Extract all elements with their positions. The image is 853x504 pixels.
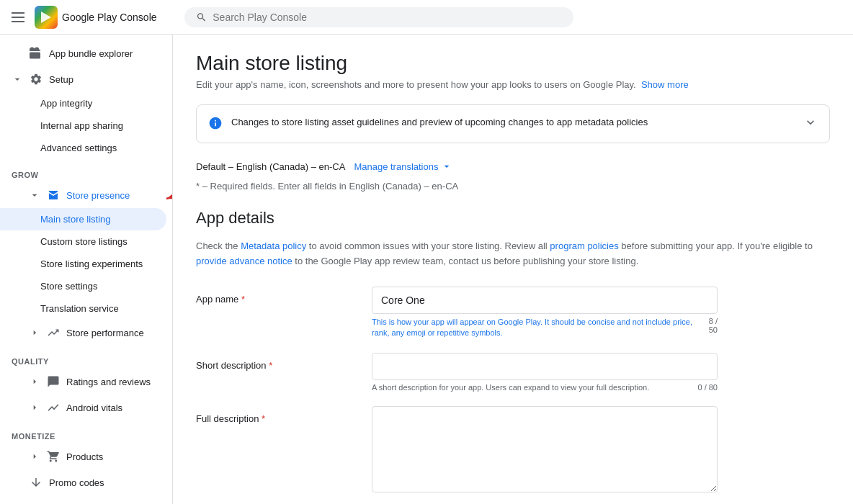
svg-line-3 xyxy=(166,190,173,199)
search-input-wrap xyxy=(184,7,573,27)
red-arrow xyxy=(159,184,173,206)
promo-icon xyxy=(29,475,43,490)
required-star: * xyxy=(241,294,245,305)
expand-icon xyxy=(12,73,23,85)
quality-section-label: Quality xyxy=(0,346,172,369)
sidebar-item-internal-app-sharing[interactable]: Internal app sharing xyxy=(0,114,166,137)
monetize-section-label: Monetize xyxy=(0,420,172,444)
gear-icon xyxy=(29,72,43,86)
search-input[interactable] xyxy=(213,12,562,23)
notice-text: Changes to store listing asset guideline… xyxy=(231,115,795,130)
short-description-input-col: A short description for your app. Users … xyxy=(372,353,718,392)
sidebar: App bundle explorer Setup App integrity … xyxy=(0,35,173,504)
sidebar-item-app-bundle-explorer[interactable]: App bundle explorer xyxy=(0,40,166,66)
bundle-icon xyxy=(29,46,43,60)
app-name-input-col: This is how your app will appear on Goog… xyxy=(372,287,718,339)
metadata-policy-link[interactable]: Metadata policy xyxy=(241,240,306,251)
layout: App bundle explorer Setup App integrity … xyxy=(0,35,853,504)
svg-marker-0 xyxy=(41,12,51,23)
short-description-hint-row: A short description for your app. Users … xyxy=(372,380,718,392)
main-content: Main store listing Edit your app's name,… xyxy=(173,35,853,504)
sidebar-item-label: Main store listing xyxy=(40,214,111,225)
hamburger-icon[interactable] xyxy=(12,9,29,26)
full-description-textarea[interactable] xyxy=(372,406,718,492)
sidebar-item-label: Translation service xyxy=(40,303,119,314)
star-icon xyxy=(46,374,61,389)
sidebar-item-label: Ratings and reviews xyxy=(66,377,151,387)
app-name-input[interactable] xyxy=(372,287,718,314)
sidebar-item-label: Promo codes xyxy=(49,477,104,488)
expand-icon xyxy=(29,327,40,338)
language-label: Default – English (Canada) – en-CA xyxy=(196,161,345,172)
required-star: * xyxy=(269,360,272,371)
full-description-label: Full description * xyxy=(196,406,354,495)
sidebar-item-label: Store presence xyxy=(66,190,130,201)
chevron-down-icon[interactable] xyxy=(803,115,818,132)
expand-icon xyxy=(29,451,40,462)
logo-area: Google Play Console xyxy=(35,6,157,29)
short-description-label: Short description * xyxy=(196,353,354,392)
app-details-title: App details xyxy=(196,209,830,228)
sidebar-item-products[interactable]: Products xyxy=(0,444,166,469)
logo-text: Google Play Console xyxy=(62,12,157,23)
page-subtitle: Edit your app's name, icon, screenshots … xyxy=(196,79,830,90)
notice-box: Changes to store listing asset guideline… xyxy=(196,104,830,143)
sidebar-item-android-vitals[interactable]: Android vitals xyxy=(0,395,166,420)
expand-icon xyxy=(29,189,40,201)
sidebar-item-label: Store settings xyxy=(40,281,98,292)
required-star: * xyxy=(262,413,265,424)
info-icon xyxy=(208,116,223,132)
show-more-link[interactable]: Show more xyxy=(641,79,689,90)
expand-icon xyxy=(29,376,40,387)
sidebar-item-ratings-reviews[interactable]: Ratings and reviews xyxy=(0,369,166,395)
sidebar-item-store-presence[interactable]: Store presence xyxy=(0,182,166,208)
short-description-counter: 0 / 80 xyxy=(697,383,718,392)
svg-rect-1 xyxy=(30,53,40,59)
short-description-hint: A short description for your app. Users … xyxy=(372,383,649,392)
search-icon xyxy=(196,12,207,23)
topbar-left: Google Play Console xyxy=(12,6,184,29)
sidebar-item-main-store-listing[interactable]: Main store listing xyxy=(0,208,166,230)
sidebar-item-store-settings[interactable]: Store settings xyxy=(0,275,166,297)
sidebar-item-store-listing-experiments[interactable]: Store listing experiments xyxy=(0,253,166,275)
sidebar-item-translation-service[interactable]: Translation service xyxy=(0,297,166,320)
search-bar xyxy=(184,7,573,27)
sidebar-item-label: Custom store listings xyxy=(40,236,128,247)
advance-notice-link[interactable]: provide advance notice xyxy=(196,256,292,266)
app-name-hint: This is how your app will appear on Goog… xyxy=(372,317,703,339)
required-note: * – Required fields. Enter all fields in… xyxy=(196,181,830,192)
app-name-counter: 8 / 50 xyxy=(703,317,718,339)
policy-text: Check the Metadata policy to avoid commo… xyxy=(196,239,830,269)
full-description-field: Full description * xyxy=(196,406,830,495)
full-description-input-col xyxy=(372,406,718,495)
app-name-label: App name * xyxy=(196,287,354,339)
sidebar-item-setup[interactable]: Setup xyxy=(0,66,166,92)
sidebar-item-promo-codes[interactable]: Promo codes xyxy=(0,469,166,495)
sidebar-item-label: Internal app sharing xyxy=(40,120,123,131)
chart-icon xyxy=(46,325,61,340)
sidebar-item-label: Android vitals xyxy=(66,402,122,413)
language-bar: Default – English (Canada) – en-CA Manag… xyxy=(196,161,830,172)
app-name-field: App name * This is how your app will app… xyxy=(196,287,830,339)
sidebar-item-advanced-settings[interactable]: Advanced settings xyxy=(0,137,166,159)
app-name-hint-row: This is how your app will appear on Goog… xyxy=(372,314,718,339)
topbar: Google Play Console xyxy=(0,0,853,35)
sidebar-item-label: Products xyxy=(66,451,103,462)
sidebar-section-setup-label: Setup xyxy=(49,74,73,85)
grow-section-label: Grow xyxy=(0,159,172,182)
program-policies-link[interactable]: program policies xyxy=(550,240,618,251)
cart-icon xyxy=(46,449,61,464)
sidebar-item-label: App bundle explorer xyxy=(49,48,133,59)
manage-translations-button[interactable]: Manage translations xyxy=(354,161,452,172)
page-title: Main store listing xyxy=(196,52,830,75)
short-description-input[interactable] xyxy=(372,353,718,380)
sidebar-item-app-integrity[interactable]: App integrity xyxy=(0,92,166,114)
vitals-icon xyxy=(46,400,61,415)
sidebar-item-label: Advanced settings xyxy=(40,143,117,153)
sidebar-item-label: Store performance xyxy=(66,328,144,338)
store-icon xyxy=(46,188,61,202)
sidebar-item-store-performance[interactable]: Store performance xyxy=(0,320,166,346)
sidebar-item-custom-store-listings[interactable]: Custom store listings xyxy=(0,230,166,253)
short-description-field: Short description * A short description … xyxy=(196,353,830,392)
sidebar-item-label: Store listing experiments xyxy=(40,258,143,269)
